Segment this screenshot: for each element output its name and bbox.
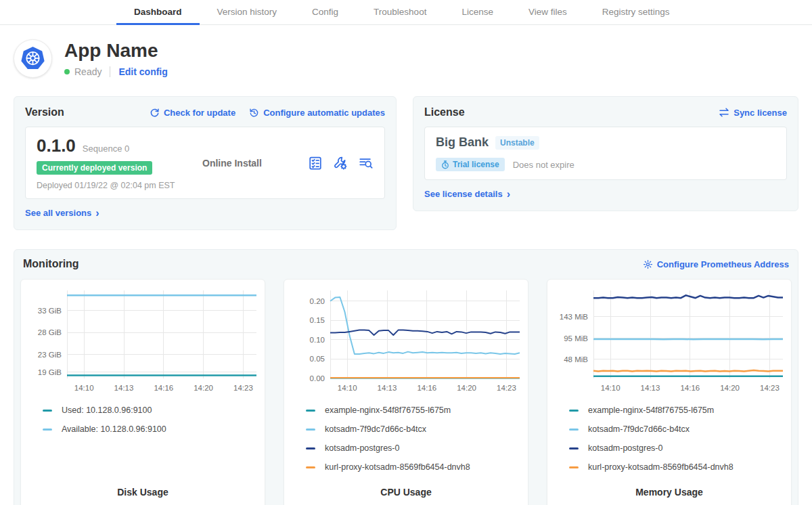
x-tick-label: 14:13 (641, 384, 660, 392)
x-tick-label: 14:13 (114, 384, 134, 392)
legend-item: kurl-proxy-kotsadm-8569fb6454-dnvh8 (569, 458, 784, 477)
legend-dash-icon (43, 429, 52, 431)
series-line (593, 370, 783, 371)
config-wrench-icon[interactable] (333, 156, 348, 171)
tab-config[interactable]: Config (294, 0, 356, 25)
tab-license[interactable]: License (444, 0, 511, 25)
tab-dashboard[interactable]: Dashboard (116, 0, 200, 25)
x-tick-label: 14:16 (417, 384, 436, 392)
top-nav: Dashboard Version history Config Trouble… (0, 0, 812, 25)
legend-item: kotsadm-7f9dc7d66c-b4tcx (306, 420, 521, 439)
view-logs-icon[interactable] (358, 156, 374, 171)
memory-usage-plot: 48 MiB95 MiB143 MiB14:1014:1314:1614:201… (554, 285, 786, 395)
divider (110, 66, 110, 77)
license-name: Big Bank (436, 135, 489, 150)
legend-dash-icon (569, 429, 579, 431)
legend-dash-icon (306, 466, 315, 468)
legend-dash-icon (569, 447, 579, 449)
legend-item: kotsadm-postgres-0 (306, 439, 521, 458)
legend-item: kotsadm-postgres-0 (569, 439, 784, 458)
schedule-update-icon (249, 108, 259, 118)
x-tick-label: 14:20 (457, 384, 476, 392)
page-title: App Name (64, 39, 168, 62)
check-for-update-link[interactable]: Check for update (150, 108, 235, 118)
x-tick-label: 14:23 (497, 384, 516, 392)
y-tick-label: 0.00 (310, 374, 325, 382)
monitoring-title: Monitoring (23, 258, 79, 270)
y-tick-label: 33 GiB (38, 307, 62, 315)
tab-version-history[interactable]: Version history (200, 0, 295, 25)
x-tick-label: 14:10 (74, 384, 94, 392)
y-tick-label: 19 GiB (38, 368, 62, 376)
chart-title-memory-usage: Memory Usage (554, 487, 784, 498)
tab-registry-settings[interactable]: Registry settings (585, 0, 687, 25)
x-tick-label: 14:23 (760, 384, 780, 392)
legend-label: example-nginx-54f8f76755-l675m (325, 405, 451, 415)
chevron-right-icon: › (507, 190, 510, 198)
legend-item: kurl-proxy-kotsadm-8569fb6454-dnvh8 (306, 458, 521, 477)
legend-item: Available: 10.128.0.96:9100 (43, 420, 258, 439)
install-type: Online Install (189, 158, 308, 169)
legend-label: example-nginx-54f8f76755-l675m (588, 405, 714, 415)
version-card-title: Version (25, 106, 64, 118)
kubernetes-logo-icon (14, 39, 52, 78)
configure-prometheus-link[interactable]: Configure Prometheus Address (643, 259, 789, 269)
legend-dash-icon (569, 466, 579, 468)
license-panel: Big Bank Unstable Trial license Does not… (424, 127, 787, 180)
x-tick-label: 14:10 (338, 384, 357, 392)
edit-config-link[interactable]: Edit config (118, 66, 167, 77)
legend-label: kotsadm-7f9dc7d66c-b4tcx (325, 424, 426, 434)
chevron-right-icon: › (95, 209, 99, 217)
y-tick-label: 0.10 (310, 336, 325, 344)
sync-license-link[interactable]: Sync license (719, 108, 787, 118)
legend-label: kotsadm-postgres-0 (325, 443, 399, 453)
configure-automatic-updates-link[interactable]: Configure automatic updates (249, 108, 385, 118)
release-notes-icon[interactable] (308, 156, 323, 171)
app-status: Ready (74, 66, 102, 77)
x-tick-label: 14:20 (194, 384, 213, 392)
y-tick-label: 23 GiB (38, 351, 62, 359)
legend-label: kotsadm-postgres-0 (588, 443, 662, 453)
see-all-versions-link[interactable]: See all versions› (25, 208, 99, 218)
y-tick-label: 28 GiB (38, 328, 62, 336)
legend-dash-icon (569, 410, 579, 412)
app-header: App Name Ready Edit config (14, 39, 798, 78)
legend-item: example-nginx-54f8f76755-l675m (306, 401, 521, 420)
deployed-timestamp: Deployed 01/19/22 @ 02:04 pm EST (37, 181, 189, 190)
y-tick-label: 143 MiB (560, 313, 589, 321)
tab-view-files[interactable]: View files (511, 0, 585, 25)
chart-card-memory-usage: 48 MiB95 MiB143 MiB14:1014:1314:1614:201… (547, 279, 792, 505)
status-dot-icon (64, 69, 70, 74)
version-number: 0.1.0 (37, 135, 76, 156)
series-line (593, 295, 783, 298)
legend-dash-icon (306, 447, 315, 449)
tab-troubleshoot[interactable]: Troubleshoot (356, 0, 444, 25)
legend-item: example-nginx-54f8f76755-l675m (569, 401, 784, 420)
version-sequence: Sequence 0 (83, 144, 129, 154)
deployed-badge: Currently deployed version (37, 161, 152, 175)
see-license-details-link[interactable]: See license details› (424, 189, 510, 199)
x-tick-label: 14:10 (601, 384, 621, 392)
legend-dash-icon (43, 410, 52, 412)
x-tick-label: 14:16 (680, 384, 700, 392)
monitoring-section: Monitoring Configure Prometheus Address … (14, 249, 798, 505)
y-tick-label: 0.15 (310, 316, 325, 324)
license-card: License Sync license Big Bank Unstable T… (413, 96, 798, 211)
charts-row: 19 GiB23 GiB28 GiB33 GiB14:1014:1314:161… (20, 279, 792, 505)
legend-label: kotsadm-7f9dc7d66c-b4tcx (588, 424, 690, 434)
legend-memory-usage: example-nginx-54f8f76755-l675mkotsadm-7f… (554, 401, 784, 477)
license-card-title: License (424, 106, 465, 118)
legend-label: kurl-proxy-kotsadm-8569fb6454-dnvh8 (588, 462, 734, 472)
x-tick-label: 14:20 (720, 384, 740, 392)
y-tick-label: 0.05 (310, 355, 325, 363)
gear-icon (643, 259, 653, 269)
chart-card-disk-usage: 19 GiB23 GiB28 GiB33 GiB14:1014:1314:161… (20, 279, 265, 505)
legend-dash-icon (306, 429, 315, 431)
x-tick-label: 14:13 (378, 384, 397, 392)
y-tick-label: 95 MiB (564, 334, 588, 343)
legend-dash-icon (306, 410, 315, 412)
series-line (330, 297, 520, 354)
trial-license-badge: Trial license (436, 158, 505, 171)
sync-icon (719, 108, 729, 117)
chart-title-disk-usage: Disk Usage (28, 487, 258, 498)
